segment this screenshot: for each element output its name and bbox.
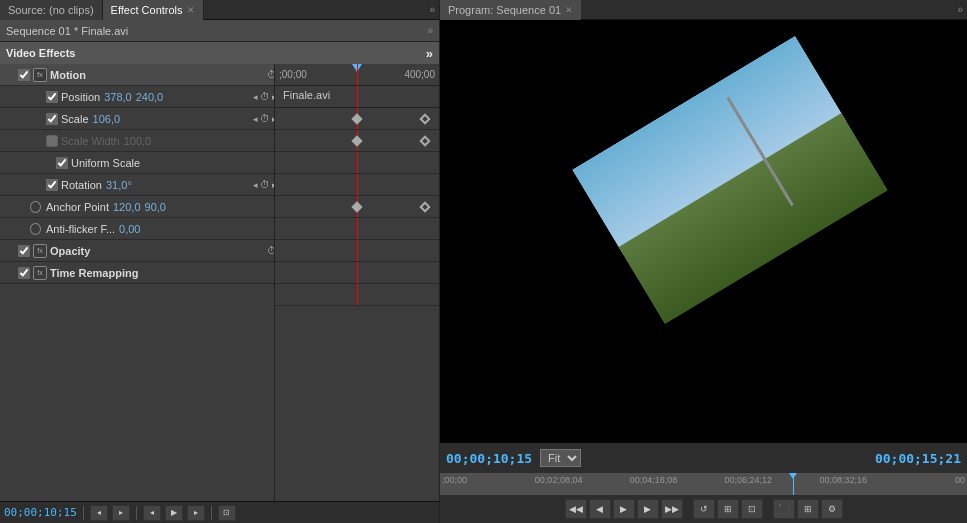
safe-margins-btn[interactable]: ⊞ (717, 499, 739, 519)
time-remapping-fx-icon: fx (33, 266, 47, 280)
scale-kf-center[interactable] (351, 135, 362, 146)
next-frame-btn[interactable]: ▶ (637, 499, 659, 519)
position-stopwatch-icon[interactable]: ⏱ (260, 91, 270, 102)
rotation-kf-right[interactable] (419, 201, 430, 212)
tl-tick-0: ;00;00 (442, 475, 467, 485)
motion-fx-icon: fx (33, 68, 47, 82)
motion-section-row: fx Motion ⏱ (0, 64, 274, 86)
tl-tick-5: 00 (955, 475, 965, 485)
opacity-enable-checkbox[interactable] (18, 245, 30, 257)
uniform-scale-checkbox[interactable] (56, 157, 68, 169)
position-x-value[interactable]: 378,0 (104, 91, 132, 103)
transport-controls: ◀◀ ◀ ▶ ▶ ▶▶ ↺ ⊞ ⊡ ⬛ ⊞ ⚙ (440, 495, 967, 523)
video-effects-reset-icon[interactable]: » (426, 46, 433, 61)
playback-left-btn[interactable]: ◂ (143, 505, 161, 521)
current-timecode[interactable]: 00;00;10;15 (446, 451, 532, 466)
scale-width-enable-checkbox[interactable] (46, 135, 58, 147)
opacity-fx-icon: fx (33, 244, 47, 258)
step-back-btn[interactable]: ◀◀ (565, 499, 587, 519)
position-kf-center[interactable] (351, 113, 362, 124)
loop-btn[interactable]: ↺ (693, 499, 715, 519)
sequence-arrow-icon[interactable]: » (427, 25, 433, 36)
right-panel: Program: Sequence 01 ✕ » 00;00;10;15 (440, 0, 967, 523)
anti-flicker-vis-icon (30, 223, 41, 235)
export-clip-btn[interactable]: ⬛ (773, 499, 795, 519)
playhead-line (357, 64, 358, 85)
zoom-in-btn[interactable]: ▸ (112, 505, 130, 521)
clip-label: Finale.avi (283, 89, 330, 101)
rotation-row: Rotation 31,0° ◂ ⏱ ▸ (0, 174, 274, 196)
play-btn-left[interactable]: ▶ (165, 505, 183, 521)
tab-source-label: Source: (no clips) (8, 4, 94, 16)
play-stop-btn[interactable]: ▶ (613, 499, 635, 519)
rotation-enable-checkbox[interactable] (46, 179, 58, 191)
panel-menu-icon[interactable]: » (425, 4, 439, 15)
monitor-timeline-bar[interactable]: ;00;00 00;02;08;04 00;04;16;08 00;06;24;… (440, 473, 967, 495)
left-panel: Source: (no clips) Effect Controls ✕ » S… (0, 0, 440, 523)
uniform-scale-label: Uniform Scale (71, 157, 140, 169)
rotation-prev-kf-icon[interactable]: ◂ (253, 180, 258, 190)
red-line-tr (357, 284, 358, 305)
scale-row: Scale 106,0 ◂ ⏱ ▸ (0, 108, 274, 130)
video-content (572, 36, 888, 324)
scale-enable-checkbox[interactable] (46, 113, 58, 125)
red-line-af (357, 240, 358, 261)
position-kf-right[interactable] (419, 113, 430, 124)
tab-effect-controls[interactable]: Effect Controls ✕ (103, 0, 204, 20)
video-effects-label: Video Effects (6, 47, 76, 59)
zoom-out-btn[interactable]: ◂ (90, 505, 108, 521)
tl-tick-2: 00;04;16;08 (630, 475, 678, 485)
scale-value[interactable]: 106,0 (93, 113, 121, 125)
time-remapping-enable-checkbox[interactable] (18, 267, 30, 279)
position-enable-checkbox[interactable] (46, 91, 58, 103)
total-timecode: 00;00;15;21 (875, 451, 961, 466)
position-y-value[interactable]: 240,0 (136, 91, 164, 103)
rotation-inner: Rotation 31,0° ◂ ⏱ ▸ (2, 179, 275, 191)
anchor-point-row: Anchor Point 120,0 90,0 (0, 196, 274, 218)
anchor-x-value[interactable]: 120,0 (113, 201, 141, 213)
motion-stopwatch-icon[interactable]: ⏱ (267, 69, 275, 80)
tab-source[interactable]: Source: (no clips) (0, 0, 103, 20)
timecode-row: 00;00;10;15 Fit 00;00;15;21 (446, 445, 961, 471)
monitor-bottom: 00;00;10;15 Fit 00;00;15;21 (440, 443, 967, 473)
monitor-playhead-triangle (789, 473, 797, 479)
opacity-stopwatch-icon[interactable]: ⏱ (267, 245, 275, 256)
anchor-y-value[interactable]: 90,0 (145, 201, 166, 213)
scale-width-value: 100,0 (124, 135, 152, 147)
close-icon[interactable]: ✕ (187, 5, 195, 15)
output-btn[interactable]: ⊡ (741, 499, 763, 519)
step-forward-btn[interactable]: ▶▶ (661, 499, 683, 519)
scale-stopwatch-icon[interactable]: ⏱ (260, 113, 270, 124)
red-line-clip (357, 86, 358, 107)
anti-flicker-row: Anti-flicker F... 0,00 (0, 218, 274, 240)
motion-inner: fx Motion ⏱ (2, 68, 275, 82)
playback-right-btn[interactable]: ▸ (187, 505, 205, 521)
video-effects-header: Video Effects » (0, 42, 439, 64)
anchor-vis-icon (30, 201, 41, 213)
scale-kf-right[interactable] (419, 135, 430, 146)
rotation-stopwatch-icon[interactable]: ⏱ (260, 179, 270, 190)
send-btn[interactable]: ⊞ (797, 499, 819, 519)
settings-btn[interactable]: ⚙ (821, 499, 843, 519)
content-area: fx Motion ⏱ Position 378,0 240,0 (0, 64, 439, 501)
rotation-value[interactable]: 31,0° (106, 179, 132, 191)
motion-label: Motion (50, 69, 86, 81)
properties-column: fx Motion ⏱ Position 378,0 240,0 (0, 64, 275, 501)
fit-dropdown[interactable]: Fit (540, 449, 581, 467)
position-prev-kf-icon[interactable]: ◂ (253, 92, 258, 102)
opacity-row: fx Opacity ⏱ (0, 240, 274, 262)
prev-frame-btn[interactable]: ◀ (589, 499, 611, 519)
monitor-tab[interactable]: Program: Sequence 01 ✕ (440, 0, 581, 20)
scale-prev-kf-icon[interactable]: ◂ (253, 114, 258, 124)
tl-tick-4: 00;08;32;16 (819, 475, 867, 485)
rotation-kf-center[interactable] (351, 201, 362, 212)
monitor-close-icon[interactable]: ✕ (565, 5, 573, 15)
anti-flicker-value[interactable]: 0,00 (119, 223, 140, 235)
tl-tick-3: 00;06;24;12 (725, 475, 773, 485)
motion-enable-checkbox[interactable] (18, 69, 30, 81)
export-btn[interactable]: ⊡ (218, 505, 236, 521)
scale-label: Scale (61, 113, 89, 125)
monitor-menu-icon[interactable]: » (953, 4, 967, 15)
divider-2 (136, 506, 137, 520)
divider-3 (211, 506, 212, 520)
